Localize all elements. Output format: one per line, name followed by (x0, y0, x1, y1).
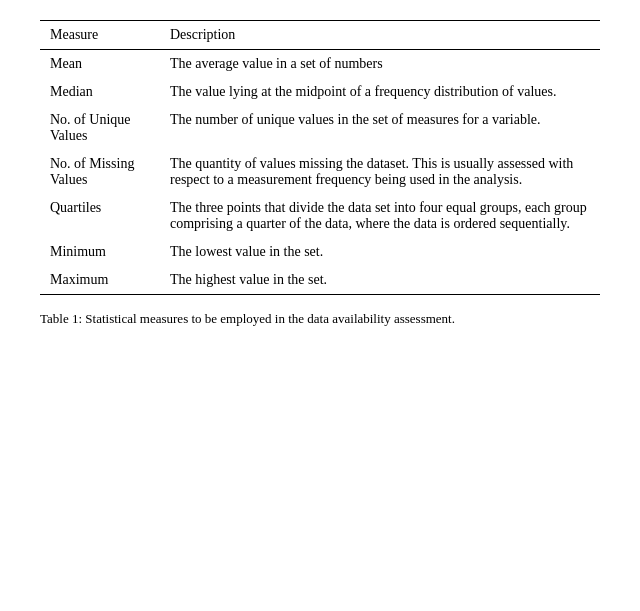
table-caption: Table 1: Statistical measures to be empl… (40, 311, 600, 327)
cell-measure: Minimum (40, 238, 160, 266)
table-row: MeanThe average value in a set of number… (40, 50, 600, 79)
cell-measure: No. of Unique Values (40, 106, 160, 150)
cell-measure: Median (40, 78, 160, 106)
cell-description: The three points that divide the data se… (160, 194, 600, 238)
header-measure: Measure (40, 21, 160, 50)
table-row: MinimumThe lowest value in the set. (40, 238, 600, 266)
table-row: QuartilesThe three points that divide th… (40, 194, 600, 238)
cell-measure: Quartiles (40, 194, 160, 238)
table-row: No. of Unique ValuesThe number of unique… (40, 106, 600, 150)
measures-table: Measure Description MeanThe average valu… (40, 20, 600, 295)
cell-description: The quantity of values missing the datas… (160, 150, 600, 194)
cell-description: The lowest value in the set. (160, 238, 600, 266)
cell-measure: No. of Missing Values (40, 150, 160, 194)
cell-description: The number of unique values in the set o… (160, 106, 600, 150)
cell-description: The value lying at the midpoint of a fre… (160, 78, 600, 106)
cell-description: The highest value in the set. (160, 266, 600, 295)
header-description: Description (160, 21, 600, 50)
cell-measure: Maximum (40, 266, 160, 295)
table-row: No. of Missing ValuesThe quantity of val… (40, 150, 600, 194)
table-row: MedianThe value lying at the midpoint of… (40, 78, 600, 106)
cell-measure: Mean (40, 50, 160, 79)
table-row: MaximumThe highest value in the set. (40, 266, 600, 295)
cell-description: The average value in a set of numbers (160, 50, 600, 79)
